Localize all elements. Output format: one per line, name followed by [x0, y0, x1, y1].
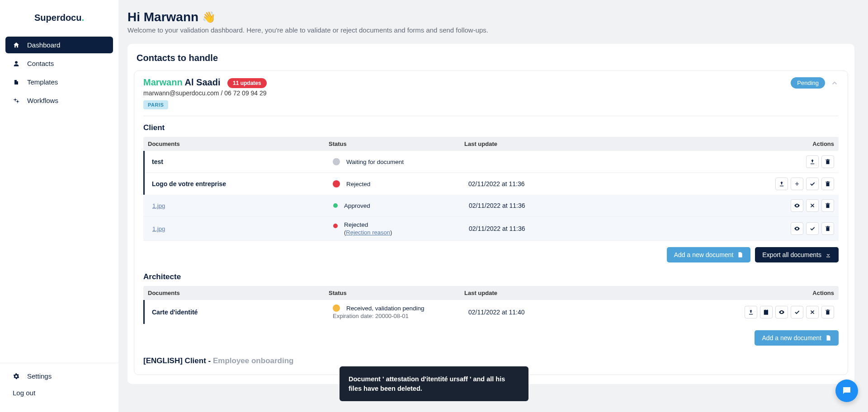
status-dot-grey	[333, 158, 340, 165]
contacts-panel: Contacts to handle Marwann Al Saadi 11 u…	[127, 44, 854, 384]
gear-icon	[13, 373, 20, 379]
last-update: 02/11/2022 at 11:36	[469, 202, 753, 209]
logout-link[interactable]: Log out	[11, 384, 108, 401]
file-link-anchor[interactable]: 1.jpg	[152, 225, 165, 232]
last-update: 02/11/2022 at 11:36	[468, 180, 753, 187]
status-text: Received, validation pending	[346, 305, 425, 312]
file-plus-icon	[737, 252, 743, 258]
file-link-anchor[interactable]: 1.jpg	[152, 202, 165, 209]
status-cell: Received, validation pending Expiration …	[333, 304, 468, 319]
status-cell: Waiting for document	[333, 158, 468, 165]
export-documents-button[interactable]: Export all documents	[755, 247, 839, 262]
status-dot-green	[333, 203, 338, 208]
status-text: Approved	[344, 202, 370, 209]
toast-notification: Document ' attestation d'itentité ursaff…	[340, 366, 528, 401]
rejection-reason-link[interactable]: Rejection reason	[346, 229, 390, 236]
table-row: 1.jpg Rejected (Rejection reason) 02/11/…	[143, 217, 839, 241]
upload-button[interactable]	[745, 306, 757, 318]
contact-identity: Marwann Al Saadi 11 updates marwann@supe…	[143, 77, 267, 108]
check-button[interactable]	[806, 178, 819, 190]
first-name: Marwann	[143, 77, 183, 87]
section-title-english-client: [ENGLISH] Client - Employee onboarding	[143, 356, 839, 365]
trash-button[interactable]	[821, 178, 834, 190]
main: Hi Marwann 👋 Welcome to your validation …	[118, 0, 868, 412]
updates-badge: 11 updates	[227, 78, 267, 88]
upload-button[interactable]	[806, 155, 819, 168]
table-row: Logo de votre entreprise Rejected 02/11/…	[145, 173, 839, 195]
contact-head-right: Pending	[791, 77, 839, 89]
chevron-up-icon[interactable]	[830, 79, 839, 87]
x-button[interactable]	[806, 306, 819, 318]
svg-point-1	[17, 101, 19, 103]
check-button[interactable]	[791, 306, 803, 318]
file-icon	[13, 79, 20, 85]
nav-templates[interactable]: Templates	[5, 74, 113, 90]
eye-button[interactable]	[775, 306, 788, 318]
status-dot-red	[333, 224, 338, 228]
contact-subline: marwann@superdocu.com / 06 72 09 94 29	[143, 89, 267, 97]
nav-label: Templates	[27, 78, 58, 86]
th-documents: Documents	[148, 140, 329, 147]
contact-head: Marwann Al Saadi 11 updates marwann@supe…	[143, 77, 839, 108]
sidebar-bottom: Settings Log out	[0, 363, 118, 412]
expiration-text: Expiration date: 20000-08-01	[333, 313, 468, 319]
status-cell: Rejected	[333, 180, 468, 187]
button-row: Add a new document Export all documents	[143, 247, 839, 262]
wave-icon: 👋	[202, 11, 216, 23]
table-header: Documents Status Last update Actions	[143, 137, 839, 151]
status-text: Rejected	[346, 181, 370, 187]
calendar-button[interactable]	[760, 306, 773, 318]
contact-card: Marwann Al Saadi 11 updates marwann@supe…	[134, 70, 848, 375]
nav-settings[interactable]: Settings	[11, 368, 108, 384]
chat-bubble[interactable]	[835, 379, 858, 402]
file-link: 1.jpg	[152, 202, 333, 209]
plus-button[interactable]	[791, 178, 803, 190]
trash-button[interactable]	[821, 155, 834, 168]
nav-dashboard[interactable]: Dashboard	[5, 37, 113, 53]
trash-button[interactable]	[821, 199, 834, 212]
contact-phone: 06 72 09 94 29	[224, 89, 266, 97]
table-row: 1.jpg Approved 02/11/2022 at 11:36	[143, 195, 839, 217]
add-document-button[interactable]: Add a new document	[755, 330, 839, 346]
sidebar: Superdocu. Dashboard Contacts Templates …	[0, 0, 118, 412]
trash-button[interactable]	[821, 306, 834, 318]
nav-workflows[interactable]: Workflows	[5, 92, 113, 109]
greeting-text: Hi Marwann	[127, 10, 198, 24]
user-icon	[13, 61, 20, 67]
location-tag: PARIS	[143, 100, 168, 109]
rejection-reason: (Rejection reason)	[344, 229, 392, 236]
contact-email: marwann@superdocu.com	[143, 89, 219, 97]
nav-contacts[interactable]: Contacts	[5, 55, 113, 72]
btn-label: Add a new document	[674, 251, 734, 258]
eye-button[interactable]	[791, 199, 803, 212]
logo[interactable]: Superdocu.	[0, 0, 118, 37]
trash-button[interactable]	[821, 222, 834, 235]
table-row: Carte d'identité Received, validation pe…	[145, 300, 839, 324]
check-button[interactable]	[806, 222, 819, 235]
download-icon	[825, 252, 831, 258]
file-link: 1.jpg	[152, 225, 333, 232]
btn-label: Add a new document	[762, 334, 821, 342]
th-status: Status	[329, 140, 464, 147]
section3-muted: Employee onboarding	[213, 356, 294, 365]
th-actions: Actions	[753, 290, 834, 296]
status-cell: Rejected (Rejection reason)	[333, 221, 469, 236]
doc-name: test	[152, 158, 333, 165]
th-status: Status	[329, 290, 464, 296]
status-stack: Rejected (Rejection reason)	[344, 221, 392, 236]
contact-name: Marwann Al Saadi 11 updates	[143, 77, 267, 88]
x-button[interactable]	[806, 199, 819, 212]
status-dot-red	[333, 180, 340, 187]
section-title-architecte: Architecte	[143, 272, 839, 281]
divider	[143, 116, 839, 116]
table-header: Documents Status Last update Actions	[143, 286, 839, 300]
th-documents: Documents	[148, 290, 329, 296]
last-update: 02/11/2022 at 11:40	[468, 309, 745, 316]
eye-button[interactable]	[791, 222, 803, 235]
status-badge: Pending	[791, 77, 825, 89]
home-icon	[13, 42, 20, 49]
upload-button[interactable]	[775, 178, 788, 190]
th-actions: Actions	[753, 140, 834, 147]
add-document-button[interactable]: Add a new document	[667, 247, 751, 262]
last-update: 02/11/2022 at 11:36	[469, 225, 753, 232]
